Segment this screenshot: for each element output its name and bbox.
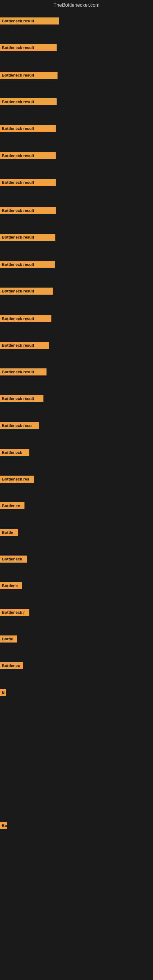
bottleneck-result-item: Bottleneck r (0, 609, 29, 616)
bottleneck-result-item: Bottleneck resu (0, 422, 39, 429)
bottleneck-result-item: Bottlene (0, 582, 22, 589)
bottleneck-result-item: Bottle (0, 529, 18, 536)
bottleneck-result-item: Bottleneck result (0, 72, 57, 79)
bottleneck-result-item: Bottleneck result (0, 207, 56, 214)
bottleneck-result-item: Bottleneck (0, 449, 29, 456)
bottleneck-result-item: Bottleneck result (0, 152, 56, 159)
bottleneck-result-item: Bottleneck result (0, 234, 56, 241)
bottleneck-result-item: Bottleneck result (0, 288, 53, 294)
bottleneck-result-item: Bottleneck result (0, 125, 56, 132)
bottleneck-result-item: Bottle (0, 635, 17, 643)
bottleneck-result-item: B (0, 689, 6, 696)
bottleneck-result-item: Bottlenec (0, 662, 23, 669)
bottleneck-result-item: Bottleneck result (0, 315, 51, 322)
bottleneck-result-item: Bottleneck result (0, 368, 46, 375)
bottleneck-result-item: Bottleneck result (0, 395, 43, 402)
bottleneck-result-item: Bottleneck result (0, 44, 57, 51)
bottleneck-result-item: Bottleneck result (0, 18, 59, 24)
bottleneck-result-item: Bottleneck res (0, 476, 34, 483)
bottleneck-result-item: Bottleneck result (0, 342, 49, 349)
site-title: TheBottlenecker.com (0, 0, 153, 9)
bottleneck-result-item: Bottleneck result (0, 98, 57, 105)
bottleneck-result-item: Bo (0, 822, 7, 829)
bottleneck-result-item: Bottleneck (0, 555, 27, 563)
bottleneck-result-item: Bottleneck result (0, 179, 56, 186)
bottleneck-result-item: Bottleneck result (0, 261, 55, 268)
bottleneck-result-item: Bottlenec (0, 502, 24, 509)
